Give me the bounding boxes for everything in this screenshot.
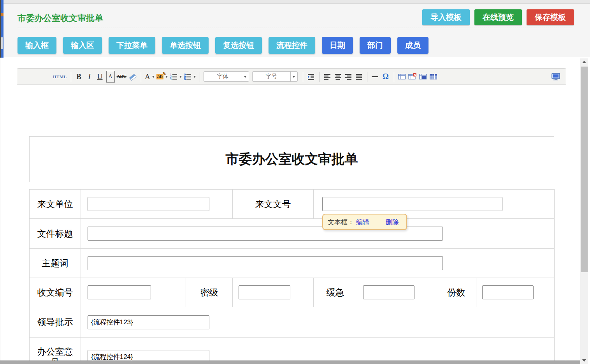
special-character-icon[interactable]: Ω (381, 71, 390, 83)
table-cell (81, 249, 555, 278)
font-color-icon[interactable]: A (145, 71, 155, 83)
save-template-button[interactable]: 保存模板 (527, 9, 574, 25)
insert-table-icon[interactable] (398, 71, 406, 83)
table-row: 收文编号 密级 缓急 份数 (30, 278, 555, 307)
editor-document-area[interactable]: 市委办公室收文审批单 来文单位 来文文号 文件标题 (17, 85, 566, 364)
justify-icon[interactable] (355, 71, 363, 83)
delete-table-icon[interactable] (408, 71, 417, 83)
table-cell (233, 278, 314, 307)
control-edit-tooltip: 文本框： 编辑 删除 (322, 214, 407, 230)
secrecy-level-input[interactable] (239, 285, 290, 299)
font-size-select[interactable]: 字号 (252, 71, 298, 82)
add-flow-control-button[interactable]: 流程控件 (269, 37, 315, 54)
add-radio-button[interactable]: 单选按钮 (162, 37, 209, 54)
table-row: 文件标题 (30, 219, 555, 249)
scroll-down-arrow[interactable] (580, 357, 588, 364)
chevron-down-icon[interactable] (290, 72, 297, 81)
doc-title-label: 文件标题 (30, 219, 81, 249)
indent-icon[interactable] (307, 71, 315, 83)
scrollbar-thumb[interactable] (581, 67, 588, 272)
table-row: 主题词 (30, 249, 555, 278)
copies-input[interactable] (482, 285, 534, 299)
page-header: 市委办公室收文审批单 导入模板 在线预览 保存模板 输入框 输入区 下拉菜单 单… (0, 4, 590, 57)
incoming-no-label: 来文文号 (233, 190, 314, 219)
tooltip-label: 文本框： (328, 218, 354, 227)
urgency-input[interactable] (363, 285, 414, 299)
subject-words-input[interactable] (88, 256, 443, 270)
toolbar-separator (200, 72, 200, 82)
table-cell (81, 307, 555, 338)
add-date-button[interactable]: 日期 (322, 37, 353, 54)
incoming-no-input[interactable] (322, 197, 502, 211)
table-cell (81, 190, 233, 219)
toolbar-separator (71, 72, 71, 82)
chevron-down-icon[interactable] (242, 72, 249, 81)
table-cell (81, 219, 555, 249)
incoming-unit-input[interactable] (88, 197, 209, 211)
secrecy-level-label: 密级 (186, 278, 233, 307)
toolbar-separator (319, 72, 320, 82)
window-bottom-edge (0, 360, 580, 364)
online-preview-button[interactable]: 在线预览 (474, 9, 522, 25)
document-form-table: 来文单位 来文文号 文件标题 主题词 (29, 189, 555, 364)
italic-icon[interactable]: I (85, 71, 94, 83)
receipt-no-label: 收文编号 (30, 278, 81, 307)
background-window-icon-fragment (1, 13, 4, 16)
align-right-icon[interactable] (344, 71, 353, 83)
urgency-label: 缓急 (314, 278, 357, 307)
rich-text-editor: HTML B I U A ABC A ab 1 2 3 (17, 68, 566, 364)
table-row: 领导批示 (30, 307, 555, 338)
merge-cells-table-icon[interactable] (419, 71, 427, 83)
toolbar-separator (303, 72, 303, 82)
import-template-button[interactable]: 导入模板 (422, 9, 470, 25)
align-center-icon[interactable] (334, 71, 342, 83)
edit-control-link[interactable]: 编辑 (356, 218, 369, 227)
document-title: 市委办公室收文审批单 (226, 150, 358, 168)
office-opinion-label: 办公室意见 (30, 338, 81, 364)
add-input-area-button[interactable]: 输入区 (63, 37, 102, 54)
fullscreen-icon[interactable] (551, 71, 560, 83)
bold-icon[interactable]: B (75, 71, 83, 83)
add-input-box-button[interactable]: 输入框 (18, 37, 56, 54)
table-cell (81, 278, 186, 307)
background-window-edge (0, 0, 4, 58)
page-title: 市委办公室收文审批单 (18, 12, 103, 24)
delete-control-link[interactable]: 删除 (386, 218, 399, 227)
unordered-list-icon[interactable] (184, 71, 196, 83)
leader-instructions-input[interactable] (88, 315, 209, 329)
table-row: 来文单位 来文文号 (30, 190, 555, 219)
html-source-icon[interactable]: HTML (53, 71, 67, 83)
svg-text:3: 3 (170, 78, 172, 81)
receipt-no-input[interactable] (88, 285, 151, 299)
add-department-button[interactable]: 部门 (360, 37, 391, 54)
underline-icon[interactable]: U (96, 71, 104, 83)
document-title-box: 市委办公室收文审批单 (29, 136, 554, 182)
header-action-buttons: 导入模板 在线预览 保存模板 (422, 9, 574, 25)
font-family-select[interactable]: 字体 (204, 71, 249, 82)
add-dropdown-button[interactable]: 下拉菜单 (109, 37, 155, 54)
form-control-toolbar: 输入框 输入区 下拉菜单 单选按钮 复选按钮 流程控件 日期 部门 成员 (18, 37, 428, 54)
toolbar-separator (367, 72, 367, 82)
font-format-icon[interactable]: A (106, 71, 115, 83)
copies-label: 份数 (436, 278, 476, 307)
ordered-list-icon[interactable]: 1 2 3 (170, 71, 182, 83)
scroll-up-arrow[interactable] (580, 58, 588, 65)
toolbar-separator (394, 72, 394, 82)
table-cell (476, 278, 555, 307)
align-left-icon[interactable] (323, 71, 332, 83)
vertical-scrollbar[interactable] (580, 58, 588, 364)
left-edge-line (0, 58, 0, 364)
add-checkbox-button[interactable]: 复选按钮 (215, 37, 262, 54)
table-properties-icon[interactable] (429, 71, 438, 83)
background-window-icon-fragment (1, 37, 3, 49)
highlight-color-icon[interactable]: ab (156, 71, 168, 83)
table-cell (357, 278, 436, 307)
remove-format-eraser-icon[interactable] (128, 71, 137, 83)
add-member-button[interactable]: 成员 (397, 37, 428, 54)
subject-words-label: 主题词 (30, 249, 81, 278)
window-top-band (0, 0, 590, 4)
dashed-divider (18, 28, 572, 28)
strikethrough-icon[interactable]: ABC (117, 71, 126, 83)
horizontal-rule-icon[interactable] (371, 71, 379, 83)
leader-instructions-label: 领导批示 (30, 307, 81, 338)
